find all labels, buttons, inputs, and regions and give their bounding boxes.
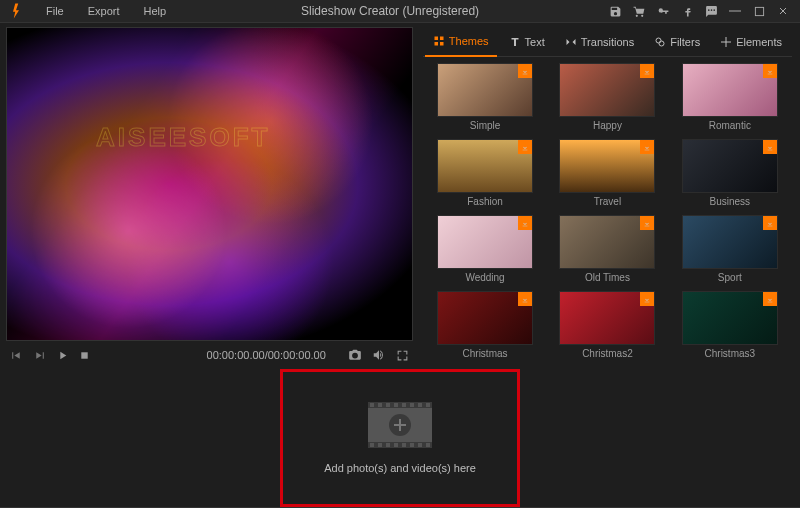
preview-screen[interactable]: AISEESOFT	[6, 27, 413, 341]
svg-rect-26	[418, 443, 422, 447]
tab-transitions[interactable]: Transitions	[557, 29, 642, 56]
theme-item-happy[interactable]: Happy	[547, 63, 667, 137]
svg-rect-4	[440, 37, 444, 41]
svg-rect-13	[378, 403, 382, 407]
snapshot-icon[interactable]	[348, 348, 362, 362]
next-icon[interactable]	[33, 349, 46, 362]
download-icon	[518, 64, 532, 78]
download-icon	[640, 64, 654, 78]
svg-rect-6	[440, 42, 444, 46]
title-bar: File Export Help Slideshow Creator (Unre…	[0, 0, 800, 23]
tabs: Themes Text Transitions Filters Elements	[423, 29, 792, 57]
svg-rect-3	[434, 37, 438, 41]
svg-rect-20	[370, 443, 374, 447]
svg-rect-12	[370, 403, 374, 407]
theme-label: Travel	[594, 196, 621, 207]
svg-rect-23	[394, 443, 398, 447]
theme-item-travel[interactable]: Travel	[547, 139, 667, 213]
svg-rect-17	[410, 403, 414, 407]
tab-text[interactable]: Text	[501, 29, 553, 56]
theme-thumb	[559, 215, 655, 269]
close-icon[interactable]	[772, 0, 794, 22]
theme-label: Old Times	[585, 272, 630, 283]
theme-thumb	[682, 139, 778, 193]
theme-label: Wedding	[465, 272, 504, 283]
save-icon[interactable]	[604, 0, 626, 22]
download-icon	[640, 292, 654, 306]
minimize-icon[interactable]	[724, 0, 746, 22]
theme-item-christmas2[interactable]: Christmas2	[547, 291, 667, 365]
theme-item-business[interactable]: Business	[670, 139, 790, 213]
svg-rect-5	[434, 42, 438, 46]
theme-item-sport[interactable]: Sport	[670, 215, 790, 289]
theme-item-christmas3[interactable]: Christmas3	[670, 291, 790, 365]
tab-themes[interactable]: Themes	[425, 29, 497, 57]
theme-label: Christmas3	[705, 348, 756, 359]
theme-item-fashion[interactable]: Fashion	[425, 139, 545, 213]
tab-label: Text	[525, 36, 545, 48]
tab-filters[interactable]: Filters	[646, 29, 708, 56]
download-icon	[640, 140, 654, 154]
maximize-icon[interactable]	[748, 0, 770, 22]
watermark: AISEESOFT	[96, 122, 270, 153]
menu-file[interactable]: File	[36, 1, 74, 21]
theme-item-christmas[interactable]: Christmas	[425, 291, 545, 365]
feedback-icon[interactable]	[700, 0, 722, 22]
svg-rect-16	[402, 403, 406, 407]
menu-help[interactable]: Help	[134, 1, 177, 21]
add-media-icon	[368, 402, 432, 448]
svg-rect-19	[426, 403, 430, 407]
tab-elements[interactable]: Elements	[712, 29, 790, 56]
fullscreen-icon[interactable]	[396, 348, 409, 362]
svg-rect-27	[426, 443, 430, 447]
download-icon	[763, 216, 777, 230]
theme-label: Christmas2	[582, 348, 633, 359]
prev-icon[interactable]	[10, 349, 23, 362]
svg-rect-24	[402, 443, 406, 447]
theme-grid: SimpleHappyRomanticFashionTravelBusiness…	[423, 57, 792, 365]
svg-point-8	[659, 41, 664, 46]
preview-panel: AISEESOFT 00:00:00.00/00:00:00.00	[0, 23, 419, 369]
svg-rect-21	[378, 443, 382, 447]
main-menu: File Export Help	[36, 1, 176, 21]
key-icon[interactable]	[652, 0, 674, 22]
theme-item-romantic[interactable]: Romantic	[670, 63, 790, 137]
download-icon	[518, 292, 532, 306]
svg-rect-14	[386, 403, 390, 407]
theme-item-wedding[interactable]: Wedding	[425, 215, 545, 289]
download-icon	[763, 140, 777, 154]
facebook-icon[interactable]	[676, 0, 698, 22]
svg-rect-18	[418, 403, 422, 407]
theme-label: Christmas	[463, 348, 508, 359]
theme-thumb	[682, 215, 778, 269]
menu-export[interactable]: Export	[78, 1, 130, 21]
theme-thumb	[559, 139, 655, 193]
theme-thumb	[682, 63, 778, 117]
svg-rect-1	[755, 7, 763, 15]
svg-point-7	[656, 38, 661, 43]
add-media-dropzone[interactable]: Add photo(s) and video(s) here	[280, 369, 520, 507]
svg-rect-25	[410, 443, 414, 447]
svg-rect-15	[394, 403, 398, 407]
timecode: 00:00:00.00/00:00:00.00	[207, 349, 326, 361]
tab-label: Elements	[736, 36, 782, 48]
volume-icon[interactable]	[372, 348, 386, 362]
theme-label: Romantic	[709, 120, 751, 131]
stop-icon[interactable]	[79, 349, 90, 362]
theme-thumb	[437, 215, 533, 269]
svg-rect-10	[368, 402, 432, 408]
player-controls: 00:00:00.00/00:00:00.00	[6, 341, 413, 369]
tab-label: Transitions	[581, 36, 634, 48]
theme-thumb	[437, 63, 533, 117]
theme-thumb	[559, 63, 655, 117]
theme-item-old-times[interactable]: Old Times	[547, 215, 667, 289]
add-media-label: Add photo(s) and video(s) here	[324, 462, 476, 474]
theme-thumb	[682, 291, 778, 345]
cart-icon[interactable]	[628, 0, 650, 22]
play-icon[interactable]	[56, 349, 69, 362]
svg-rect-22	[386, 443, 390, 447]
theme-item-simple[interactable]: Simple	[425, 63, 545, 137]
theme-label: Sport	[718, 272, 742, 283]
download-icon	[763, 64, 777, 78]
theme-thumb	[437, 139, 533, 193]
